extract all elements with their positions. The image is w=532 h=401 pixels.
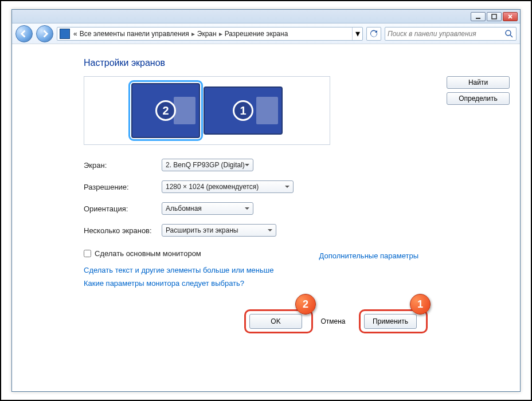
minimize-button[interactable] bbox=[471, 12, 486, 21]
history-dropdown-button[interactable]: ▾ bbox=[352, 27, 362, 40]
control-panel-icon bbox=[60, 29, 70, 39]
svg-point-2 bbox=[506, 30, 511, 36]
breadcrumb-screen[interactable]: Экран bbox=[196, 30, 218, 38]
make-primary-checkbox[interactable] bbox=[84, 250, 91, 257]
monitor-2-number: 2 bbox=[155, 100, 176, 121]
annotation-ok: OK 2 bbox=[244, 309, 313, 333]
monitor-preview-area[interactable]: 2 1 bbox=[84, 76, 330, 145]
monitor-2[interactable]: 2 bbox=[131, 83, 200, 138]
search-box[interactable] bbox=[385, 27, 517, 41]
identify-button[interactable]: Определить bbox=[447, 92, 510, 105]
refresh-button[interactable] bbox=[366, 27, 381, 41]
annotation-apply: Применить 1 bbox=[359, 309, 428, 333]
make-primary-label: Сделать основным монитором bbox=[95, 249, 201, 258]
multiple-displays-dropdown[interactable]: Расширить эти экраны bbox=[162, 224, 276, 237]
chevron-right-icon: ▸ bbox=[218, 30, 224, 38]
resolution-dropdown-value: 1280 × 1024 (рекомендуется) bbox=[166, 183, 259, 191]
resolution-label: Разрешение: bbox=[84, 183, 162, 191]
search-input[interactable] bbox=[388, 30, 504, 38]
svg-rect-1 bbox=[492, 14, 496, 19]
back-button[interactable] bbox=[15, 25, 33, 42]
text-size-link[interactable]: Сделать текст и другие элементы больше и… bbox=[84, 266, 273, 274]
close-button[interactable] bbox=[503, 12, 518, 21]
screen-dropdown-value: 2. BenQ FP93GP (Digital) bbox=[166, 161, 245, 169]
refresh-icon bbox=[369, 29, 378, 38]
which-params-link[interactable]: Какие параметры монитора следует выбрать… bbox=[84, 279, 244, 288]
screen-dropdown[interactable]: 2. BenQ FP93GP (Digital) bbox=[162, 159, 253, 171]
breadcrumb-resolution[interactable]: Разрешение экрана bbox=[224, 30, 290, 38]
apply-button[interactable]: Применить bbox=[364, 314, 417, 329]
page-title: Настройки экранов bbox=[84, 58, 520, 68]
window-titlebar bbox=[12, 10, 520, 23]
address-bar[interactable]: « Все элементы панели управления ▸ Экран… bbox=[57, 27, 363, 41]
chevron-right-icon: ▸ bbox=[190, 30, 196, 38]
resolution-dropdown[interactable]: 1280 × 1024 (рекомендуется) bbox=[162, 180, 294, 193]
find-button[interactable]: Найти bbox=[447, 76, 510, 89]
orientation-dropdown[interactable]: Альбомная bbox=[162, 202, 253, 215]
explorer-navbar: « Все элементы панели управления ▸ Экран… bbox=[12, 23, 520, 44]
breadcrumb-prefix[interactable]: « bbox=[72, 30, 79, 38]
orientation-label: Ориентация: bbox=[84, 205, 162, 213]
advanced-settings-link[interactable]: Дополнительные параметры bbox=[319, 251, 418, 260]
monitor-1-number: 1 bbox=[233, 100, 253, 121]
svg-line-3 bbox=[510, 35, 513, 37]
maximize-button[interactable] bbox=[487, 12, 502, 21]
search-icon bbox=[504, 29, 514, 38]
multiple-displays-label: Несколько экранов: bbox=[84, 226, 162, 235]
multiple-displays-dropdown-value: Расширить эти экраны bbox=[166, 226, 238, 234]
orientation-dropdown-value: Альбомная bbox=[166, 205, 202, 213]
breadcrumb-root[interactable]: Все элементы панели управления bbox=[79, 30, 190, 38]
ok-button[interactable]: OK bbox=[249, 314, 302, 329]
cancel-button[interactable]: Отмена bbox=[313, 314, 353, 329]
breadcrumb: « Все элементы панели управления ▸ Экран… bbox=[72, 30, 352, 38]
forward-button[interactable] bbox=[36, 25, 53, 42]
annotation-bubble-1: 1 bbox=[410, 294, 431, 314]
svg-rect-0 bbox=[476, 18, 480, 19]
monitor-1[interactable]: 1 bbox=[204, 87, 283, 135]
screen-label: Экран: bbox=[84, 161, 162, 170]
annotation-bubble-2: 2 bbox=[295, 294, 316, 314]
